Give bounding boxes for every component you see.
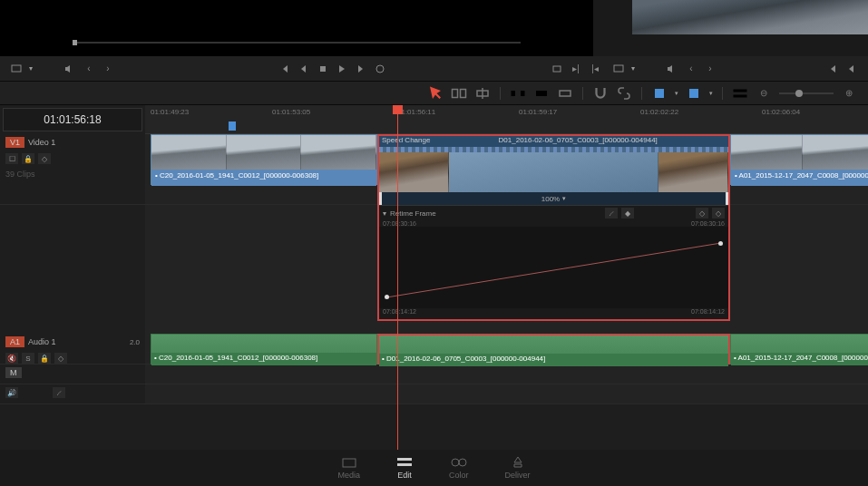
dest-badge-v1[interactable]: V1: [5, 137, 24, 148]
video-clip[interactable]: • C20_2016-01-05_1941_C0012_[000000-0063…: [151, 134, 377, 185]
source-scrubber[interactable]: [73, 42, 521, 44]
marker-icon[interactable]: [229, 122, 236, 131]
disable-track-icon[interactable]: ☐: [5, 153, 18, 164]
audio-clip[interactable]: • C20_2016-01-05_1941_C0012_[000000-0063…: [151, 334, 377, 364]
snap-icon[interactable]: [592, 87, 609, 100]
m-track: [145, 364, 868, 384]
preview-frame: [632, 0, 868, 34]
svg-rect-8: [512, 91, 516, 96]
step-back-icon[interactable]: [297, 62, 311, 76]
page-tab-edit[interactable]: Edit: [396, 456, 413, 480]
next-edit-icon-r[interactable]: ›: [703, 62, 717, 76]
track-name-a1: Audio 1: [28, 337, 56, 346]
last-frame-icon[interactable]: [354, 62, 368, 76]
blade-tool-icon[interactable]: [474, 87, 491, 100]
automation-icon[interactable]: ⟋: [53, 387, 65, 398]
link-icon[interactable]: [616, 87, 632, 100]
curve-keyframe[interactable]: [385, 295, 389, 299]
speed-clip-name: D01_2016-02-06_0705_C0003_[000000-004944…: [430, 136, 726, 147]
svg-rect-1: [320, 66, 326, 72]
marker-color-icon[interactable]: [686, 87, 702, 100]
track-header-v1[interactable]: V1 Video 1 ☐ 🔒 ◇ 39 Clips: [0, 134, 145, 205]
view-options-icon[interactable]: [732, 87, 748, 100]
svg-line-14: [386, 243, 721, 297]
zoom-slider[interactable]: [779, 92, 834, 94]
play-icon[interactable]: [335, 62, 349, 76]
in-point-icon[interactable]: ▸|: [569, 62, 583, 76]
page-label: Edit: [397, 471, 412, 480]
deliver-icon: [510, 456, 526, 469]
retime-curve-icon[interactable]: ⟋: [605, 208, 618, 219]
retime-curve[interactable]: [379, 227, 728, 308]
track-header-a1[interactable]: A1 Audio 1 2.0 🔇 S 🔒 ◇: [0, 334, 145, 364]
svg-rect-15: [343, 459, 356, 467]
lock-audio-icon[interactable]: 🔒: [38, 353, 51, 364]
first-frame-icon[interactable]: [278, 62, 292, 76]
ruler-tick: 01:01:49:23: [151, 108, 189, 116]
overwrite-icon[interactable]: [533, 87, 550, 100]
audio-clip-selected[interactable]: • D01_2016-02-06_0705_C0003_[000000-0049…: [377, 334, 730, 364]
track-header-master[interactable]: 🔊 ⟋: [0, 384, 145, 404]
page-tab-color[interactable]: Color: [449, 456, 469, 480]
auto-select-icon[interactable]: ◇: [38, 153, 51, 164]
clips-count: 39 Clips: [5, 170, 35, 179]
clip-label: • D01_2016-02-06_0705_C0003_[000000-0049…: [379, 354, 728, 366]
loop-icon[interactable]: [373, 62, 387, 76]
audio-clip[interactable]: • A01_2015-12-17_2047_C0008_[000000-0005…: [730, 334, 868, 364]
stop-icon[interactable]: [316, 62, 330, 76]
speed-header-label: Speed Change: [382, 136, 430, 147]
speed-bar[interactable]: 100% ▾: [379, 192, 728, 205]
edit-icon: [396, 456, 413, 469]
match-frame-icon[interactable]: [550, 62, 564, 76]
tracks-area[interactable]: 01:01:49:23 01:01:53:05 01:01:56:11 01:0…: [145, 105, 868, 450]
master-mute-icon[interactable]: 🔊: [5, 387, 18, 398]
page-tab-deliver[interactable]: Deliver: [505, 456, 531, 480]
transport-bar: ▾ ‹ › ▸| |◂ ▾ ‹ ›: [0, 56, 868, 82]
track-name-v1: Video 1: [28, 138, 55, 147]
svg-rect-5: [461, 89, 466, 97]
track-header-m[interactable]: M: [0, 364, 145, 384]
display-mode-icon-r[interactable]: [611, 62, 626, 76]
retime-tc-br: 07:08:14:12: [691, 308, 725, 319]
step-back-icon-r[interactable]: [844, 62, 859, 76]
next-edit-icon[interactable]: ›: [101, 62, 115, 76]
timecode-display[interactable]: 01:01:56:18: [3, 108, 142, 131]
prev-edit-icon[interactable]: ‹: [82, 62, 96, 76]
trim-tool-icon[interactable]: [451, 87, 467, 100]
speed-change-clip[interactable]: Speed Change D01_2016-02-06_0705_C0003_[…: [377, 134, 730, 321]
audio-track-1[interactable]: • C20_2016-01-05_1941_C0012_[000000-0063…: [145, 334, 868, 364]
replace-icon[interactable]: [557, 87, 573, 100]
page-tab-media[interactable]: Media: [337, 456, 360, 480]
video-clip[interactable]: • A01_2015-12-17_2047_C0008_[000000-0005…: [730, 134, 868, 185]
flag-color-icon[interactable]: [651, 87, 668, 100]
curve-keyframe[interactable]: [718, 241, 723, 246]
volume-icon-r[interactable]: [664, 62, 678, 76]
retime-panel: ▾ Retime Frame ⟋ ◆ ◇ ◇ 07:08:30:16 07:08…: [379, 205, 728, 319]
mute-icon[interactable]: 🔇: [5, 353, 18, 364]
selection-tool-icon[interactable]: [427, 87, 444, 100]
video-track-1[interactable]: • C20_2016-01-05_1941_C0012_[000000-0063…: [145, 134, 868, 205]
m-badge[interactable]: M: [5, 367, 22, 378]
zoom-out-icon[interactable]: ⊖: [756, 87, 772, 100]
source-viewer: [0, 0, 593, 56]
display-mode-icon[interactable]: [9, 62, 24, 76]
svg-rect-17: [397, 463, 412, 466]
retime-keyframe-icon[interactable]: ◆: [621, 208, 634, 219]
timeline-ruler[interactable]: 01:01:49:23 01:01:53:05 01:01:56:11 01:0…: [145, 105, 868, 134]
volume-icon[interactable]: [62, 62, 76, 76]
auto-select-audio-icon[interactable]: ◇: [54, 353, 67, 364]
lock-track-icon[interactable]: 🔒: [22, 153, 34, 164]
retime-next-icon[interactable]: ◇: [712, 208, 725, 219]
clip-label: • A01_2015-12-17_2047_C0008_[000000-0005…: [731, 170, 868, 186]
insert-icon[interactable]: [510, 87, 526, 100]
prev-edit-icon-r[interactable]: ‹: [684, 62, 698, 76]
solo-icon[interactable]: S: [22, 353, 34, 364]
retime-prev-icon[interactable]: ◇: [696, 208, 708, 219]
first-frame-icon-r[interactable]: [825, 62, 840, 76]
dest-badge-a1[interactable]: A1: [5, 336, 24, 347]
page-label: Media: [337, 471, 360, 480]
out-point-icon[interactable]: |◂: [588, 62, 602, 76]
svg-rect-3: [614, 65, 623, 72]
zoom-in-icon[interactable]: ⊕: [841, 87, 857, 100]
playhead[interactable]: [397, 105, 398, 450]
